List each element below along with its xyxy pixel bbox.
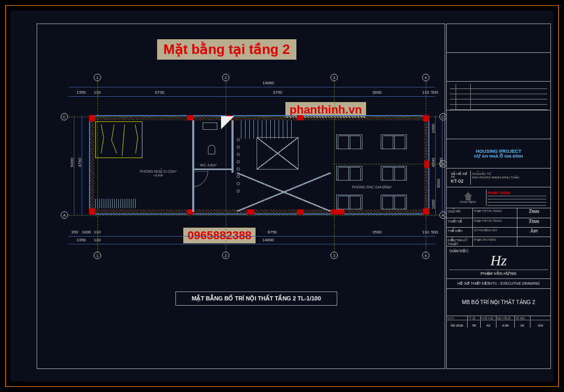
- column: [424, 161, 429, 168]
- desk: [381, 195, 407, 209]
- bedroom-name: PHÒNG NGỦ: [140, 170, 162, 173]
- railing: [95, 199, 136, 208]
- f-total-label: SỐ BẢN: [515, 317, 529, 320]
- desk: [381, 135, 407, 149]
- director-name: PHẠM VĂN HƯNG: [449, 270, 548, 276]
- signature-icon: [517, 237, 550, 246]
- role-chutri-name: PHẠM THỊ THU TRANG: [473, 208, 517, 218]
- wc-label: WC 4.6m²: [200, 163, 217, 167]
- sheet-no: KT-02: [451, 178, 469, 184]
- dim-bot-seg2: 1000: [82, 230, 91, 234]
- wall-top: [90, 116, 428, 120]
- role-kt: KIỂM TRA KỸ THUẬT: [447, 237, 473, 246]
- drawing-title: MẶT BẰNG BỐ TRÍ NỘI THẤT TẦNG 2 TL-1/100: [175, 292, 337, 306]
- toilet-icon: [208, 145, 215, 154]
- column: [423, 208, 429, 215]
- column: [423, 115, 429, 121]
- role-tk: THIẾT KẾ: [447, 218, 473, 227]
- dim-top-seg4: 3750: [273, 90, 282, 95]
- dim-line-bot-sub: [69, 244, 435, 244]
- bedroom-label: PHÒNG NGỦ S=15m² +3.900: [140, 170, 176, 177]
- tb-director: GIÁM ĐỐC: Hz PHẠM VĂN HƯNG: [447, 247, 550, 279]
- title-block: HOUSING PROJECT DỰ ÁN NHÀ Ở GIA ĐÌNH SỐ …: [446, 24, 551, 369]
- role-kt-name: PHẠM VĂN HƯNG: [473, 237, 517, 246]
- tb-sheet-row: SỐ HỒ SƠ TK KT-02 CHỦ ĐẦU TƯ ANH PHÙNG M…: [447, 169, 550, 187]
- dim-top-seg5: 3600: [372, 90, 382, 95]
- f-scale: TB: [468, 324, 480, 327]
- tb-project: HOUSING PROJECT DỰ ÁN NHÀ Ở GIA ĐÌNH: [447, 139, 550, 169]
- tb-empty-3: [447, 110, 550, 139]
- dim-top-seg6: 110: [422, 90, 429, 95]
- signature-icon: Tmm: [517, 208, 550, 218]
- f-date-label: NGÀY: [447, 317, 467, 320]
- f-total: 02: [515, 324, 529, 327]
- tb-revision-grid: [447, 82, 550, 110]
- grid-bubble-C-left: C: [61, 113, 68, 120]
- tb-drawing-name: MB BỐ TRÍ NỘI THẤT TẦNG 2: [447, 289, 550, 316]
- signature-icon: Jan: [517, 228, 550, 237]
- f-sheet-label: BẢN VẼ SỐ: [497, 317, 514, 320]
- grid-bubble-2-bot: 2: [222, 252, 229, 259]
- svg-marker-0: [221, 116, 234, 129]
- wc-name: WC: [200, 163, 206, 167]
- project-vn: DỰ ÁN NHÀ Ở GIA ĐÌNH: [447, 154, 550, 159]
- grid-bubble-4-top: 4: [422, 74, 429, 81]
- project-en: HOUSING PROJECT: [447, 149, 550, 154]
- void-opening: [257, 137, 298, 170]
- dim-bot-seg5: 3500: [372, 230, 382, 234]
- f-sheet: A-05: [497, 324, 514, 327]
- role-th: THỂ HIỆN: [447, 228, 473, 237]
- grid-bubble-4-bot: 4: [422, 252, 429, 259]
- column: [331, 209, 344, 215]
- role-th-name: VŨ THỊ HỒNG ANH: [473, 228, 517, 237]
- f-size: A3: [481, 324, 495, 327]
- grid-bubble-C-right: C: [439, 113, 447, 120]
- stairs: [237, 120, 300, 139]
- exec-label: HỒ SƠ THIẾT KẾ BVTC - EXECUTIVE DRAWING: [447, 279, 550, 289]
- dim-top-seg7: 500: [431, 90, 438, 95]
- bedroom-area: S=15m²: [163, 170, 176, 173]
- grid-line-A: [69, 215, 440, 216]
- column: [297, 115, 303, 120]
- wall-partition-1: [192, 120, 194, 212]
- dim-right-total: 5000: [439, 158, 444, 167]
- grid-bubble-2-top: 2: [222, 74, 229, 81]
- sink-icon: [203, 122, 217, 130]
- dim-right-seg1: 1000: [431, 124, 436, 133]
- dim-right-seg3: 1000: [431, 200, 436, 209]
- column: [89, 208, 95, 215]
- desk: [336, 135, 362, 149]
- dim-line-bot-segs: [69, 236, 435, 237]
- column: [187, 115, 193, 120]
- wc-area: 4.6m²: [207, 163, 217, 167]
- f-pages: 100: [531, 324, 550, 327]
- closet: [95, 121, 142, 158]
- client-name: ANH PHÙNG MẠNH MINH TUẤN: [472, 175, 546, 179]
- desk: [381, 166, 407, 181]
- family-room-label: PHÒNG SHC GIA ĐÌNH: [352, 185, 391, 189]
- f-size-label: KHỔ GIẤY: [481, 317, 495, 320]
- dim-bot-sub1: 1350: [76, 238, 86, 242]
- wall-partition-3: [194, 169, 234, 170]
- dim-left-seg1: 4750: [78, 158, 82, 167]
- floor-plan: PHÒNG NGỦ S=15m² +3.900 WC 4.6m²: [89, 115, 429, 215]
- grid-bubble-3-bot: 3: [330, 252, 338, 259]
- f-scale-label: TỶ LỆ: [468, 317, 480, 320]
- void-big: [237, 173, 331, 211]
- dim-bot-sub2: 110: [94, 238, 101, 242]
- grid-bubble-1-bot: 1: [94, 252, 101, 259]
- door-swing-2: [221, 116, 237, 132]
- dim-line-top-segs: [69, 96, 435, 97]
- logo-text: PHAN THỊNH: [460, 200, 475, 204]
- grid-bubble-1-top: 1: [94, 74, 101, 81]
- director-signature-icon: Hz: [449, 253, 548, 268]
- grid-bubble-3-top: 3: [330, 74, 338, 81]
- tb-footer: NGÀY 05/ 2018 TỶ LỆ TB KHỔ GIẤY A3 BẢN V…: [447, 316, 550, 328]
- sheet-no-label: SỐ HỒ SƠ TK: [451, 172, 469, 178]
- tb-logo-row: PHAN THỊNH PHAN THỊNH: [447, 187, 550, 208]
- door-swing: [192, 171, 211, 189]
- column: [89, 115, 95, 121]
- tb-signatures: CHỦ TRÌ PHẠM THỊ THU TRANG Tmm THIẾT KẾ …: [447, 208, 550, 247]
- bedroom-level: +3.900: [140, 174, 176, 177]
- brand: PHAN THỊNH: [488, 191, 546, 196]
